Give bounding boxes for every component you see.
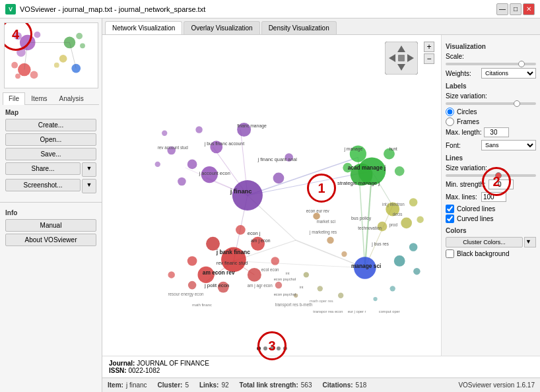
svg-text:acad manage j: acad manage j — [348, 164, 386, 171]
min-strength-input[interactable] — [489, 180, 514, 189]
svg-point-43 — [273, 172, 285, 183]
title-bar: V VOSviewer - journal_map.txt - journal_… — [0, 0, 540, 18]
frames-radio-row[interactable]: Frames — [446, 117, 536, 126]
svg-text:econ psychol: econ psychol — [274, 277, 296, 281]
lines-slider-row[interactable] — [446, 174, 536, 177]
map-section: Map Create... Open... Save... Share... ▼… — [0, 105, 102, 199]
canvas-area[interactable]: j financ j bank financ rev financ stud a… — [102, 35, 441, 356]
issn-label: ISSN: — [109, 367, 127, 374]
tab-network[interactable]: Network Visualization — [105, 21, 182, 34]
svg-point-3 — [34, 32, 40, 38]
links-status: Links: 92 — [199, 381, 229, 389]
weights-select[interactable]: Citations — [481, 68, 536, 79]
lines-size-thumb[interactable] — [495, 172, 502, 179]
zoom-controls[interactable]: + − — [424, 42, 434, 64]
cluster-status-label: Cluster: — [158, 381, 183, 389]
svg-text:econ eur rev: econ eur rev — [306, 209, 330, 213]
weights-row: Weights: Citations — [446, 68, 536, 79]
lines-title: Lines — [446, 154, 536, 162]
open-button[interactable]: Open... — [5, 133, 96, 146]
colored-lines-checkbox[interactable] — [446, 205, 454, 213]
scale-slider[interactable] — [446, 63, 536, 65]
size-var-thumb[interactable] — [514, 100, 520, 107]
svg-text:manage sci: manage sci — [351, 263, 382, 269]
save-button[interactable]: Save... — [5, 148, 96, 160]
tab-overlay[interactable]: Overlay Visualization — [184, 21, 259, 34]
version-text: VOSviewer version 1.6.17 — [458, 381, 535, 389]
tab-file[interactable]: File — [3, 92, 25, 105]
svg-text:bus policy: bus policy — [351, 216, 372, 221]
visualization-title: Visualization — [446, 43, 536, 50]
close-button[interactable]: ✕ — [523, 3, 535, 15]
citations-value: 518 — [356, 381, 367, 389]
lines-size-var-row: Size variation: — [446, 164, 536, 172]
manual-button[interactable]: Manual — [5, 219, 96, 232]
maximize-button[interactable]: □ — [510, 3, 522, 15]
scale-thumb[interactable] — [518, 61, 525, 67]
curved-lines-row[interactable]: Curved lines — [446, 214, 536, 223]
cluster-colors-button[interactable]: Cluster Colors... — [446, 237, 523, 247]
left-tabs[interactable]: File Items Analysis — [3, 92, 99, 105]
colors-title: Colors — [446, 227, 536, 234]
issn-value: 0022-1082 — [128, 367, 160, 374]
thumbnail[interactable]: 4 — [4, 22, 98, 88]
screenshot-button[interactable]: Screenshot... — [5, 179, 81, 191]
max-length-input[interactable] — [484, 127, 509, 137]
svg-point-83 — [373, 297, 377, 301]
svg-point-57 — [271, 257, 279, 265]
black-bg-checkbox[interactable] — [446, 249, 454, 258]
black-bg-row[interactable]: Black background — [446, 249, 536, 258]
share-button[interactable]: Share... — [5, 162, 81, 175]
svg-point-11 — [80, 43, 85, 48]
create-button[interactable]: Create... — [5, 119, 96, 131]
font-select[interactable]: Sans — [481, 140, 536, 150]
settings-panel: Visualization Scale: Weights: Citations — [441, 35, 540, 356]
min-strength-label: Min. strength: — [446, 181, 486, 188]
frames-radio[interactable] — [446, 117, 454, 126]
right-area: Network Visualization Overlay Visualizat… — [102, 18, 540, 392]
total-link-label: Total link strength: — [240, 381, 298, 389]
share-dropdown[interactable]: ▼ — [82, 162, 96, 177]
size-var-slider-row[interactable] — [446, 102, 536, 105]
max-lines-label: Max. lines: — [446, 193, 479, 201]
svg-point-78 — [304, 272, 309, 277]
navigation-arrows[interactable] — [385, 42, 418, 75]
viz-tabs[interactable]: Network Visualization Overlay Visualizat… — [102, 18, 540, 35]
lines-size-slider[interactable] — [446, 174, 536, 177]
svg-point-79 — [318, 286, 323, 291]
colored-lines-row[interactable]: Colored lines — [446, 205, 536, 213]
cluster-colors-dropdown[interactable]: ▼ — [524, 237, 536, 247]
svg-point-72 — [409, 243, 418, 251]
zoom-in-button[interactable]: + — [424, 42, 434, 52]
screenshot-dropdown[interactable]: ▼ — [82, 179, 96, 193]
svg-text:eur j oper r: eur j oper r — [348, 310, 366, 313]
svg-text:prod: prod — [389, 222, 397, 228]
weights-label: Weights: — [446, 70, 479, 77]
max-length-label: Max. length: — [446, 129, 481, 136]
svg-text:econ psychol: econ psychol — [274, 292, 296, 296]
scale-slider-row[interactable] — [446, 63, 536, 65]
svg-point-45 — [195, 126, 202, 133]
circles-label: Circles — [457, 108, 477, 115]
circles-radio-row[interactable]: Circles — [446, 108, 536, 116]
about-button[interactable]: About VOSviewer — [5, 234, 96, 246]
size-var-slider[interactable] — [446, 102, 536, 105]
curved-lines-checkbox[interactable] — [446, 214, 454, 223]
screenshot-row: Screenshot... ▼ — [5, 179, 96, 193]
svg-point-69 — [409, 198, 418, 207]
svg-text:j marketing res: j marketing res — [309, 230, 337, 235]
circles-radio[interactable] — [446, 108, 454, 116]
max-lines-input[interactable] — [481, 192, 506, 202]
svg-point-76 — [327, 237, 333, 244]
info-title: Info — [5, 209, 96, 216]
svg-point-58 — [275, 282, 282, 288]
svg-point-46 — [162, 131, 167, 136]
tab-density[interactable]: Density Visualization — [261, 21, 337, 34]
minimize-button[interactable]: — — [496, 3, 508, 15]
window-controls[interactable]: — □ ✕ — [496, 3, 535, 15]
tab-items[interactable]: Items — [25, 92, 53, 104]
font-label: Font: — [446, 142, 479, 149]
svg-text:transpor rea econ: transpor rea econ — [313, 310, 343, 313]
tab-analysis[interactable]: Analysis — [53, 92, 90, 104]
zoom-out-button[interactable]: − — [424, 53, 434, 64]
